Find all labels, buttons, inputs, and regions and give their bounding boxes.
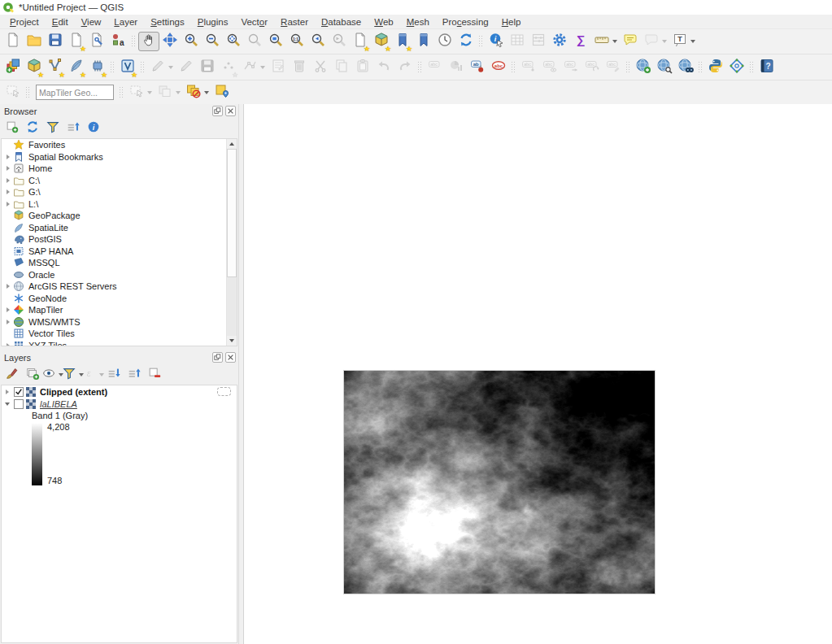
metasearch-button[interactable]	[675, 58, 696, 77]
expand-arrow-icon[interactable]	[4, 202, 12, 207]
layers-float-button[interactable]	[212, 352, 223, 363]
dock-map-divider[interactable]	[238, 104, 244, 644]
paste-features-button[interactable]	[352, 58, 373, 77]
map-canvas[interactable]	[244, 104, 832, 644]
map-tips-button[interactable]	[620, 32, 641, 51]
vertex-tool-button[interactable]	[239, 58, 268, 77]
deselect-features-button[interactable]	[155, 83, 183, 102]
new-spatialite-layer-button[interactable]: ★	[66, 58, 87, 77]
statistical-summary-button[interactable]	[528, 32, 549, 51]
zoom-in-button[interactable]	[181, 32, 202, 51]
collapse-all-button[interactable]	[125, 367, 142, 384]
collapse-arrow-icon[interactable]	[3, 402, 11, 406]
menu-vector[interactable]: Vector	[234, 16, 274, 28]
menu-web[interactable]: Web	[368, 16, 399, 28]
expand-arrow-icon[interactable]	[3, 389, 11, 394]
zoom-to-layers-button[interactable]	[265, 32, 286, 51]
collapse-all-button[interactable]	[64, 120, 81, 137]
remove-layer-group-button[interactable]	[146, 367, 163, 384]
zoom-to-native-resolution-button[interactable]: 1:1	[286, 32, 307, 51]
expand-arrow-icon[interactable]	[4, 154, 12, 159]
menu-raster[interactable]: Raster	[274, 16, 315, 28]
browser-item-g[interactable]: G:\	[2, 186, 237, 198]
properties-widget-button[interactable]: i	[85, 120, 102, 137]
pan-map-button[interactable]	[138, 32, 159, 51]
search-csw-catalog-button[interactable]	[654, 58, 675, 77]
select-by-location-button[interactable]	[211, 83, 233, 102]
browser-item-wms-wmts[interactable]: WMS/WMTS	[2, 316, 237, 329]
current-edits-button[interactable]	[147, 58, 176, 77]
manage-map-themes-button[interactable]	[44, 367, 61, 384]
zoom-last-button[interactable]	[307, 32, 329, 51]
browser-item-spatial-bookmarks[interactable]: Spatial Bookmarks	[2, 151, 237, 163]
highlight-pinned-labels-button[interactable]: ab	[467, 58, 488, 77]
redo-button[interactable]	[394, 58, 416, 77]
new-shapefile-layer-button[interactable]: ★	[45, 58, 66, 77]
filter-legend-by-expression-button[interactable]: ε	[85, 367, 102, 384]
select-features-by-area-button[interactable]	[2, 83, 24, 102]
menu-database[interactable]: Database	[315, 16, 368, 28]
menu-edit[interactable]: Edit	[46, 16, 75, 28]
browser-item-vector-tiles[interactable]: Vector Tiles	[2, 328, 237, 340]
scrollbar-thumb[interactable]	[227, 149, 237, 277]
add-point-feature-button[interactable]: ★	[218, 58, 239, 77]
menu-processing[interactable]: Processing	[436, 16, 495, 28]
new-virtual-layer-button[interactable]: ★	[117, 58, 138, 77]
refresh-browser-button[interactable]	[24, 120, 41, 137]
zoom-next-button[interactable]	[329, 32, 350, 51]
menu-plugins[interactable]: Plugins	[191, 16, 235, 28]
browser-item-arcgis-rest-servers[interactable]: ArcGIS REST Servers	[2, 281, 237, 293]
browser-item-mssql[interactable]: MSSQL	[2, 257, 237, 269]
browser-item-l[interactable]: L:\	[2, 198, 237, 211]
dem-raster-image[interactable]	[343, 370, 656, 594]
toggle-unplaced-labels-button[interactable]: abc	[488, 58, 509, 77]
browser-float-button[interactable]	[212, 106, 223, 116]
layer-visibility-checkbox[interactable]	[14, 399, 24, 409]
menu-view[interactable]: View	[75, 16, 108, 28]
delete-selected-button[interactable]	[289, 58, 310, 77]
browser-item-maptiler[interactable]: MapTiler	[2, 304, 237, 316]
python-console-button[interactable]	[705, 58, 726, 77]
expand-arrow-icon[interactable]	[4, 320, 12, 324]
zoom-to-selection-button[interactable]	[244, 32, 265, 51]
menu-project[interactable]: Project	[3, 16, 46, 28]
show-hide-labels-button[interactable]: abc	[539, 58, 560, 77]
show-statistical-summary-button[interactable]: ∑	[570, 32, 591, 51]
browser-item-geonode[interactable]: GeoNode	[2, 293, 237, 305]
add-group-button[interactable]	[24, 367, 41, 384]
open-layer-styling-dock-button[interactable]	[3, 367, 20, 384]
style-manager-button[interactable]: a	[108, 32, 129, 51]
processing-toolbox-button[interactable]	[549, 32, 570, 51]
new-spatial-bookmark-button[interactable]: ★	[392, 32, 413, 51]
layer-name[interactable]: Clipped (extent)	[40, 387, 107, 397]
browser-scrollbar[interactable]	[226, 139, 237, 346]
show-spatial-bookmarks-button[interactable]	[413, 32, 434, 51]
new-print-layout-button[interactable]: ★	[66, 32, 87, 51]
show-layout-manager-button[interactable]	[87, 32, 108, 51]
layers-close-button[interactable]	[225, 352, 236, 363]
scrollbar-down-button[interactable]	[227, 336, 237, 346]
zoom-full-button[interactable]	[223, 32, 244, 51]
expand-arrow-icon[interactable]	[4, 307, 12, 312]
temporal-controller-panel-button[interactable]	[434, 32, 455, 51]
browser-item-oracle[interactable]: Oracle	[2, 269, 237, 281]
layer-labeling-options-button[interactable]: abc	[425, 58, 446, 77]
browser-item-xyz-tiles[interactable]: XYZ Tiles	[2, 340, 237, 347]
modify-attributes-button[interactable]	[268, 58, 289, 77]
rotate-label-button[interactable]: abc	[582, 58, 603, 77]
scrollbar-track[interactable]	[227, 277, 237, 336]
filter-legend-button[interactable]	[64, 367, 81, 384]
layer-row-clipped[interactable]: Clipped (extent)	[2, 385, 237, 398]
measure-line-button[interactable]	[591, 32, 620, 51]
browser-item-postgis[interactable]: PostGIS	[2, 233, 237, 246]
open-project-button[interactable]	[24, 32, 45, 51]
browser-item-sap-hana[interactable]: SAP HANA	[2, 246, 237, 258]
layer-visibility-checkbox[interactable]	[14, 387, 24, 397]
expand-arrow-icon[interactable]	[4, 343, 12, 346]
scrollbar-up-button[interactable]	[227, 139, 237, 149]
layer-row-lalibela[interactable]: laLIBELA	[2, 398, 237, 410]
cut-features-button[interactable]	[310, 58, 331, 77]
save-project-button[interactable]	[45, 32, 66, 51]
layer-name[interactable]: laLIBELA	[40, 399, 77, 409]
deselect-all-features-button[interactable]	[183, 83, 211, 102]
